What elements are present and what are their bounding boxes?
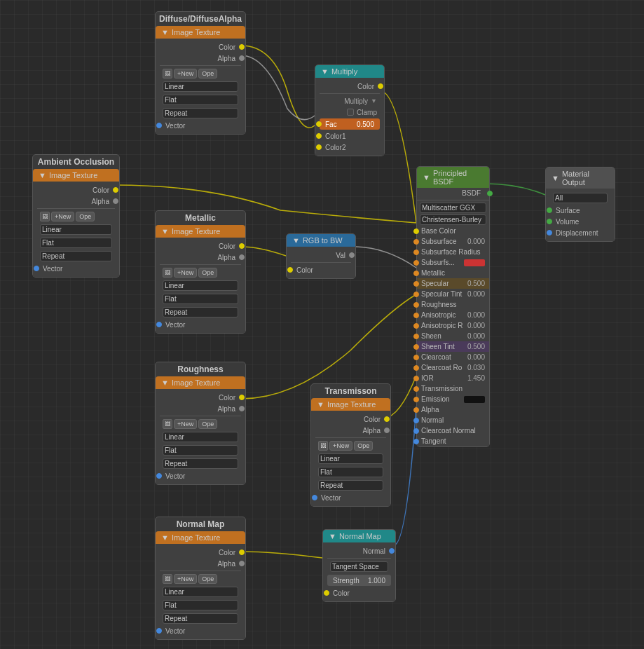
nm-normal-out: Normal [327,545,391,556]
diffuse-node: Diffuse/DiffuseAlpha ▼ Image Texture Col… [155,11,246,135]
color1-socket [316,133,322,139]
ope-btn[interactable]: Ope [198,69,217,78]
ambient-ope-btn[interactable]: Ope [76,212,95,221]
metallic-new-btn[interactable]: +New [174,268,197,278]
rgb2bw-val-out: Val [291,250,351,261]
material-output-header: ▼ Material Output [546,168,615,189]
clearcoat-row: Clearcoat 0.000 [417,352,489,362]
ambient-alpha-socket [113,198,118,204]
ambient-vector-socket [34,266,39,271]
tangent-socket [413,439,419,444]
ambient-linear-select[interactable]: Linear [40,224,112,235]
subsurface-radius-socket [413,250,419,255]
surface-row: Surface [550,205,610,216]
transmission-ope-btn[interactable]: Ope [354,441,373,451]
nm-space-select[interactable]: Tangent Space [330,561,388,572]
nm-strength-row: Strength 1.000 [327,575,391,586]
nm-tex-color-socket [239,549,245,555]
clamp-checkbox[interactable] [347,109,354,116]
nm-tex-repeat-select[interactable]: Repeat [163,613,238,624]
bsdf-out: BSDF [417,188,489,198]
transmission-new-btn[interactable]: +New [329,441,352,451]
trans-repeat-select[interactable]: Repeat [318,480,383,491]
clearcoat-normal-socket [413,428,419,434]
rgb2bw-val-socket [349,252,355,258]
transmission-header: ▼ Image Texture [311,398,390,411]
rgb2bw-node: ▼ RGB to BW Val Color [286,233,356,279]
emission-socket [413,397,419,402]
transmission-img-icon[interactable]: 🖼 [318,441,328,451]
anisotropic-row: Anisotropic 0.000 [417,310,489,320]
ambient-flat-select[interactable]: Flat [40,238,112,248]
trans-flat-select[interactable]: Flat [318,467,383,477]
metallic-alpha-socket [239,254,245,260]
alpha-in-socket [413,407,419,413]
img-icon[interactable]: 🖼 [163,69,172,78]
metallic-color-socket [239,243,245,249]
specular-tint-socket [413,292,419,297]
displacement-socket [547,230,552,235]
nm-tex-linear-select[interactable]: Linear [163,587,238,597]
metallic-linear-select[interactable]: Linear [163,280,238,291]
metallic-alpha-row: Alpha [160,252,241,263]
roughness-in-row: Roughness [417,299,489,310]
multiply-type-row: Multiply ▼ [320,95,380,107]
roughness-flat-select[interactable]: Flat [163,445,238,456]
roughness-color-socket [239,395,245,400]
volume-socket [547,219,552,224]
clearcoat-ro-socket [413,365,419,371]
diffuse-vector-row: Vector [160,120,241,131]
roughness-ope-btn[interactable]: Ope [198,419,217,429]
roughness-linear-select[interactable]: Linear [163,432,238,442]
nm-tex-new-btn[interactable]: +New [174,574,197,584]
nm-tex-img-icon[interactable]: 🖼 [163,574,172,584]
clearcoat-normal-row: Clearcoat Normal [417,425,489,436]
roughness-repeat-select[interactable]: Repeat [163,458,238,469]
nm-tex-ope-btn[interactable]: Ope [198,574,217,584]
roughness-toolbar: 🖼 +New Ope [160,418,241,430]
diffuse-flat-select[interactable]: Flat [163,95,238,105]
surface-socket [547,207,552,213]
multiply-node: ▼ Multiply Color Multiply ▼ Clamp Fac 0.… [315,64,385,156]
subsurf-p-row: Subsurfs... [417,257,489,268]
subsurface-radius-row: Subsurface Radius [417,247,489,257]
material-output-node: ▼ Material Output All Surface Volume Dis… [545,167,615,242]
metallic-flat-select[interactable]: Flat [163,294,238,304]
christensen-select[interactable]: Christensen-Burley [420,214,486,225]
nm-tex-alpha-row: Alpha [160,558,241,569]
metallic-repeat-select[interactable]: Repeat [163,307,238,317]
ambient-repeat-select[interactable]: Repeat [40,251,112,261]
ior-row: IOR 1.450 [417,373,489,383]
ambient-img-icon[interactable]: 🖼 [40,212,50,221]
diffuse-repeat-select[interactable]: Repeat [163,108,238,118]
trans-linear-select[interactable]: Linear [318,453,383,464]
bsdf-socket [487,191,493,196]
ambient-alpha-row: Alpha [37,196,115,207]
all-select[interactable]: All [553,193,608,203]
normalmap-tex-node: Normal Map ▼ Image Texture Color Alpha 🖼… [155,517,246,640]
subsurface-row: Subsurface 0.000 [417,236,489,247]
nm-tex-vector-socket [156,628,162,634]
roughness-header: ▼ Image Texture [156,376,245,389]
sheen-tint-row: Sheen Tint 0.500 [417,341,489,352]
color2-row: Color2 [320,142,380,153]
multiscatter-select[interactable]: Multiscatter GGX [420,203,486,213]
metallic-vector-row: Vector [160,319,241,330]
nm-tex-flat-select[interactable]: Flat [163,600,238,610]
metallic-img-icon[interactable]: 🖼 [163,268,172,278]
diffuse-linear-select[interactable]: Linear [163,81,238,92]
roughness-img-icon[interactable]: 🖼 [163,419,172,429]
ambient-color-row: Color [37,184,115,196]
metallic-ope-btn[interactable]: Ope [198,268,217,278]
roughness-new-btn[interactable]: +New [174,419,197,429]
multiply-color-out: Color [320,81,380,92]
displacement-row: Displacement [550,227,610,238]
rgb2bw-color-socket [287,267,293,273]
fac-row: Fac 0.500 [320,118,380,130]
ambient-new-btn[interactable]: +New [51,212,74,221]
transmission-in-socket [413,386,419,392]
diffuse-alpha-row: Alpha [160,53,241,64]
new-btn[interactable]: +New [174,69,197,78]
ambient-node: Ambient Occlusion ▼ Image Texture Color … [32,154,120,278]
metallic-color-row: Color [160,240,241,252]
